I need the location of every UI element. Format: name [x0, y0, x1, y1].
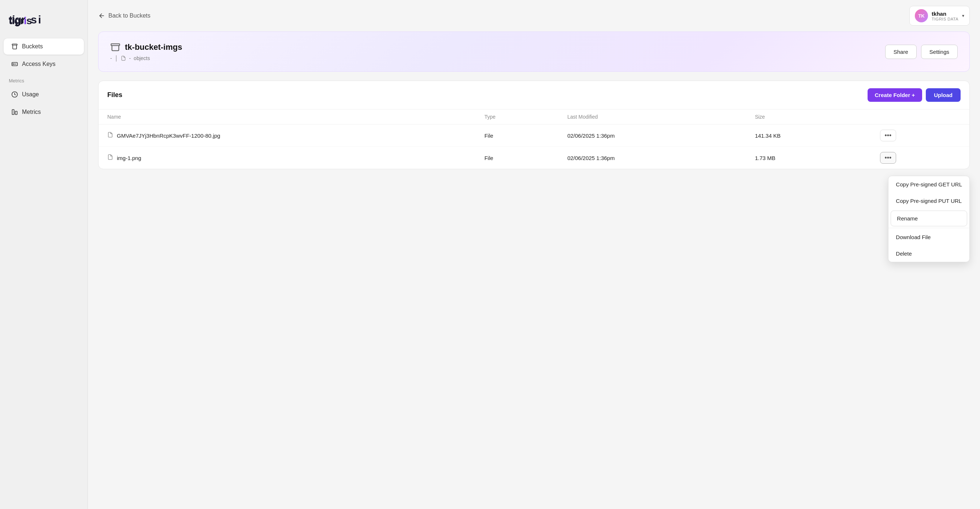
key-icon [11, 60, 18, 68]
upload-button[interactable]: Upload [926, 88, 961, 102]
bucket-meta: - │ - objects [110, 55, 182, 61]
context-menu-copy-put-url[interactable]: Copy Pre-signed PUT URL [888, 192, 969, 209]
sidebar-item-access-keys-label: Access Keys [22, 61, 56, 67]
more-options-button-0[interactable]: ••• [880, 130, 897, 142]
main-wrapper: Back to Buckets TK tkhan TIGRIS DATA ▾ [88, 0, 980, 509]
col-type: Type [476, 110, 558, 124]
file-size-1: 1.73 MB [746, 147, 871, 169]
bucket-actions: Share Settings [885, 45, 958, 59]
file-name-1: img-1.png [117, 155, 142, 161]
context-menu-delete[interactable]: Delete [888, 245, 969, 262]
file-actions-0: ••• [871, 124, 969, 147]
user-org: TIGRIS DATA [932, 17, 958, 21]
bucket-separator: │ [115, 55, 118, 61]
bucket-header-icon [110, 42, 121, 52]
main-content: Back to Buckets TK tkhan TIGRIS DATA ▾ [88, 0, 980, 509]
context-menu-download-file[interactable]: Download File [888, 229, 969, 245]
files-title: Files [107, 91, 123, 99]
sidebar-item-access-keys[interactable]: Access Keys [4, 56, 84, 72]
bucket-dash: - [110, 55, 112, 61]
col-name: Name [99, 110, 476, 124]
context-menu-rename[interactable]: Rename [891, 210, 967, 226]
file-type-0: File [476, 124, 558, 147]
metrics-icon [11, 108, 18, 116]
context-menu-divider [888, 228, 969, 228]
file-modified-0: 02/06/2025 1:36pm [558, 124, 746, 147]
metrics-section-label: Metrics [0, 73, 88, 86]
bucket-icon [11, 43, 18, 50]
file-type-1: File [476, 147, 558, 169]
svg-rect-3 [12, 44, 17, 45]
more-options-button-1[interactable]: ••• [880, 152, 897, 164]
create-folder-button[interactable]: Create Folder + [867, 88, 923, 102]
sidebar: tigr s i tigris Buckets Access Keys [0, 0, 88, 509]
context-menu-copy-get-url[interactable]: Copy Pre-signed GET URL [888, 176, 969, 192]
bucket-title-row: tk-bucket-imgs [110, 42, 182, 52]
user-info: tkhan TIGRIS DATA [932, 11, 958, 21]
context-menu: Copy Pre-signed GET URLCopy Pre-signed P… [888, 176, 970, 262]
file-icon-meta [121, 56, 126, 61]
files-actions: Create Folder + Upload [867, 88, 961, 102]
bucket-info: tk-bucket-imgs - │ - objects [110, 42, 182, 61]
content-area: tk-bucket-imgs - │ - objects Share [88, 32, 980, 509]
bucket-name: tk-bucket-imgs [125, 43, 182, 52]
table-header-row: Name Type Last Modified Size [99, 110, 969, 124]
back-to-buckets-button[interactable]: Back to Buckets [98, 12, 151, 19]
file-name-cell-0: GMVAe7JYj3HbnRcpK3wvFF-1200-80.jpg [99, 124, 476, 147]
file-name-cell-1: img-1.png [99, 147, 476, 169]
chevron-down-icon: ▾ [962, 13, 964, 18]
files-section: Files Create Folder + Upload Name Type L… [98, 81, 970, 169]
svg-text:i: i [38, 14, 41, 25]
sidebar-item-metrics[interactable]: Metrics [4, 104, 84, 120]
settings-button[interactable]: Settings [921, 45, 958, 59]
sidebar-item-metrics-label: Metrics [22, 109, 41, 115]
back-arrow-icon [98, 12, 105, 19]
table-row: img-1.png File 02/06/2025 1:36pm 1.73 MB… [99, 147, 969, 169]
bucket-objects-count: - [129, 55, 131, 61]
col-actions [871, 110, 969, 124]
file-actions-1: ••• [871, 147, 969, 169]
back-label: Back to Buckets [108, 13, 151, 19]
files-table: Name Type Last Modified Size [99, 110, 969, 169]
bucket-objects-label: objects [134, 55, 150, 61]
share-button[interactable]: Share [885, 45, 916, 59]
header: Back to Buckets TK tkhan TIGRIS DATA ▾ [88, 0, 980, 32]
sidebar-item-usage[interactable]: Usage [4, 86, 84, 103]
sidebar-item-usage-label: Usage [22, 91, 39, 98]
col-last-modified: Last Modified [558, 110, 746, 124]
svg-rect-9 [15, 111, 17, 115]
file-name-0: GMVAe7JYj3HbnRcpK3wvFF-1200-80.jpg [117, 132, 220, 139]
file-row-icon-1 [107, 154, 113, 162]
table-row: GMVAe7JYj3HbnRcpK3wvFF-1200-80.jpg File … [99, 124, 969, 147]
col-size: Size [746, 110, 871, 124]
files-header: Files Create Folder + Upload [99, 81, 969, 110]
usage-icon [11, 91, 18, 98]
svg-rect-8 [12, 110, 14, 115]
file-size-0: 141.34 KB [746, 124, 871, 147]
file-modified-1: 02/06/2025 1:36pm [558, 147, 746, 169]
file-row-icon-0 [107, 132, 113, 139]
svg-rect-11 [111, 44, 119, 46]
sidebar-item-buckets[interactable]: Buckets [4, 38, 84, 54]
avatar: TK [915, 9, 928, 22]
sidebar-item-buckets-label: Buckets [22, 43, 43, 50]
user-menu[interactable]: TK tkhan TIGRIS DATA ▾ [909, 6, 970, 25]
bucket-card: tk-bucket-imgs - │ - objects Share [98, 32, 970, 72]
user-name: tkhan [932, 11, 958, 17]
logo-area: tigr s i tigris [0, 7, 88, 38]
